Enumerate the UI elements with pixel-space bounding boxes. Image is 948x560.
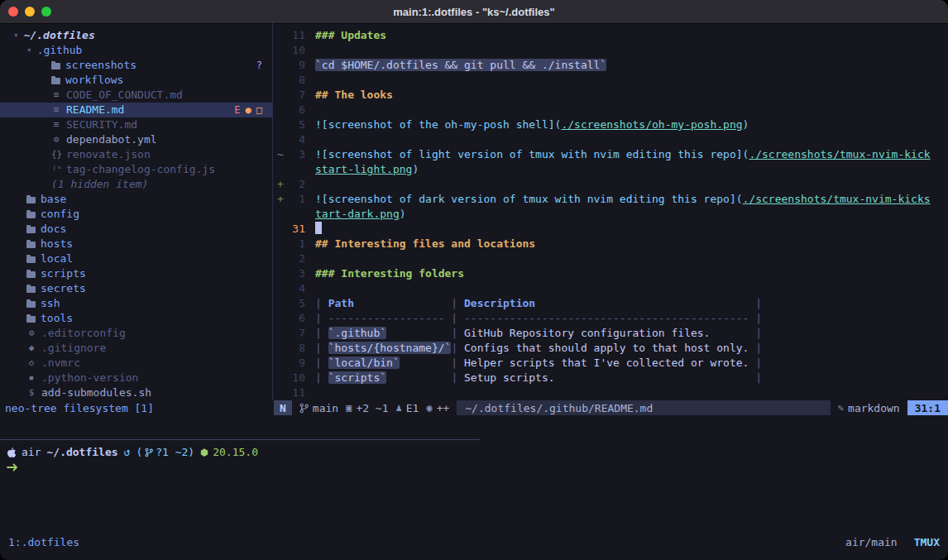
chevron-down-icon[interactable]: ▾ — [13, 28, 19, 43]
prompt-git-segment: ( ?1 ~2) — [136, 445, 194, 460]
tree-item-readme-md[interactable]: ≡README.mdE●□ — [0, 103, 272, 117]
tree-item-label: .nvmrc — [41, 356, 80, 371]
editor-line[interactable]: 9`cd $HOME/.dotfiles && git pull && ./in… — [274, 58, 948, 73]
markdown-link[interactable]: ./screenshots/tmux-nvim-kick — [749, 148, 930, 160]
maximize-button[interactable] — [41, 7, 51, 17]
line-number: 2 — [285, 177, 305, 192]
editor-line[interactable]: 5![screenshot of the oh-my-posh shell](.… — [274, 117, 948, 132]
text-segment: | — [354, 297, 464, 309]
gitsign-column — [274, 341, 285, 356]
tree-item-scripts[interactable]: scripts — [0, 266, 272, 281]
prompt-host: air — [22, 445, 41, 460]
tree-item-1-hidden-item[interactable]: (1 hidden item) — [0, 177, 272, 192]
minimize-button[interactable] — [25, 7, 35, 17]
shell-pane[interactable]: air ~/.dotfiles ↺ ( ?1 ~2) — [7, 445, 948, 475]
line-text: ## Interesting files and locations — [305, 237, 535, 251]
tree-item-tag-changelog-config-js[interactable]: ʲˢtag-changelog-config.js — [0, 162, 272, 177]
tree-item-secrets[interactable]: secrets — [0, 281, 272, 296]
editor-line[interactable]: 4 — [274, 132, 948, 147]
markdown-link[interactable]: tart-dark.png — [315, 208, 400, 220]
node-version: 20.15.0 — [213, 445, 258, 460]
tree-item-screenshots[interactable]: screenshots? — [0, 58, 272, 73]
text-segment: `.github` — [328, 327, 386, 339]
gitsign-column: + — [274, 177, 285, 192]
tree-item-gitignore[interactable]: ◆.gitignore — [0, 341, 272, 356]
line-number: 9 — [285, 58, 305, 73]
tree-item-nvmrc[interactable]: ◇.nvmrc — [0, 356, 272, 371]
gitsign-column: + — [274, 192, 285, 207]
editor-line[interactable]: 2 — [274, 251, 948, 266]
editor-line[interactable]: 8 — [274, 73, 948, 88]
prompt-arrow-line[interactable] — [7, 460, 948, 475]
editor-line[interactable]: ~3![screenshot of light version of tmux … — [274, 147, 948, 162]
editor-line[interactable]: 1## Interesting files and locations — [274, 237, 948, 251]
text-segment: | — [749, 342, 762, 354]
tree-item-dependabot-yml[interactable]: ⚙dependabot.yml — [0, 132, 272, 147]
tree-item-workflows[interactable]: workflows — [0, 73, 272, 88]
editor-line[interactable]: 11### Updates — [274, 28, 948, 43]
diff-counts: +2 ~1 — [356, 402, 388, 414]
editor-line[interactable]: 7## The looks — [274, 88, 948, 103]
editor-line[interactable]: 8| `hosts/{hostname}/`| Configs that sho… — [274, 341, 948, 356]
editor-line[interactable]: +1![screenshot of dark version of tmux w… — [274, 192, 948, 207]
tree-item-github[interactable]: ▾.github — [0, 43, 272, 58]
editor-line[interactable]: +2 — [274, 177, 948, 192]
tree-item-renovate-json[interactable]: {}renovate.json — [0, 147, 272, 162]
editor-line[interactable]: 31 — [274, 222, 948, 237]
text-segment: ![screenshot of the oh-my-posh shell]( — [315, 118, 561, 131]
editor-line[interactable]: 11 — [274, 385, 948, 400]
tmux-window-item[interactable]: 1:.dotfiles — [8, 536, 79, 548]
editor-line[interactable]: 10 — [274, 43, 948, 58]
tree-item-code-of-conduct-md[interactable]: ≡CODE_OF_CONDUCT.md — [0, 88, 272, 103]
editor-line[interactable]: 3### Interesting folders — [274, 266, 948, 281]
editor-line[interactable]: 10| `scripts` | Setup scripts. | — [274, 371, 948, 385]
editor-line[interactable]: 6 — [274, 103, 948, 117]
tree-item-ssh[interactable]: ssh — [0, 296, 272, 311]
gitsign-column — [274, 356, 285, 371]
editor-line[interactable]: start-light.png) — [274, 162, 948, 177]
editor-line[interactable]: 7| `.github` | GitHub Repository configu… — [274, 326, 948, 341]
tree-item-editorconfig[interactable]: ⚙.editorconfig — [0, 326, 272, 341]
tree-item-docs[interactable]: docs — [0, 222, 272, 237]
markdown-link[interactable]: ./screenshots/oh-my-posh.png — [561, 118, 742, 131]
tree-item-hosts[interactable]: hosts — [0, 237, 272, 251]
terminal-window: main:1:.dotfiles - "ks~/.dotfiles" ▾~/.d… — [0, 0, 948, 560]
tree-item-tools[interactable]: tools — [0, 311, 272, 326]
line-number: 1 — [285, 192, 305, 207]
editor-line[interactable]: 9| `local/bin` | Helper scripts that I'v… — [274, 356, 948, 371]
text-segment: | — [400, 357, 464, 369]
tmux-pane-border[interactable] — [0, 439, 480, 440]
tree-item-label: .github — [37, 43, 83, 58]
tree-item-local[interactable]: local — [0, 251, 272, 266]
editor-line[interactable]: 5| Path | Description | — [274, 296, 948, 311]
tree-item-python-version[interactable]: ▪.python-version — [0, 371, 272, 385]
text-segment: ## Interesting files and locations — [315, 237, 535, 250]
text-segment: | — [386, 327, 464, 339]
line-number: 3 — [285, 147, 305, 162]
chevron-down-icon[interactable]: ▾ — [26, 43, 32, 58]
text-segment: | — [555, 371, 762, 384]
tree-item-add-submodules-sh[interactable]: $add-submodules.sh — [0, 385, 272, 400]
folder-icon — [26, 316, 36, 323]
markdown-link[interactable]: ./screenshots/tmux-nvim-kicks — [743, 193, 931, 205]
tree-item-dotfiles[interactable]: ▾~/.dotfiles — [0, 28, 272, 43]
prompt-path: ~/.dotfiles — [46, 445, 117, 460]
close-button[interactable] — [8, 7, 18, 17]
file-icon: ≡ — [51, 103, 61, 117]
tree-item-security-md[interactable]: ≡SECURITY.md — [0, 117, 272, 132]
editor-line[interactable]: 4 — [274, 281, 948, 296]
gitsign-column — [274, 266, 285, 281]
line-number — [285, 162, 305, 177]
text-segment: Path — [328, 297, 354, 309]
tree-item-config[interactable]: config — [0, 207, 272, 222]
tree-item-base[interactable]: base — [0, 192, 272, 207]
editor-line[interactable]: 6| ------------------ | ----------------… — [274, 311, 948, 326]
filename-segment: ~/.dotfiles/.github/README.md — [457, 400, 831, 415]
markdown-link[interactable]: start-light.png — [315, 163, 412, 175]
editor-line[interactable]: tart-dark.png) — [274, 207, 948, 222]
file-icon: $ — [26, 385, 36, 400]
editor-pane[interactable]: 11### Updates 10 9`cd $HOME/.dotfiles &&… — [274, 23, 948, 400]
tree-item-label: workflows — [65, 73, 123, 88]
tree-item-label: dependabot.yml — [66, 132, 157, 147]
text-segment: | — [386, 371, 464, 384]
